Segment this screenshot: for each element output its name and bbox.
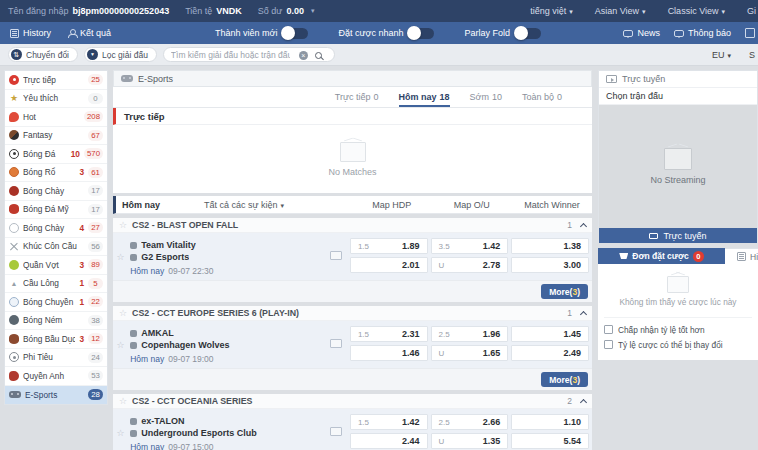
more-markets-icon[interactable] [330,251,342,260]
odds-cell[interactable]: 2.52.66 [431,414,509,430]
odds-cell[interactable]: 2.01 [350,257,428,273]
sidebar-item-bong-chay[interactable]: Bóng Chày17 [5,182,107,201]
odds-cell[interactable]: 2.51.96 [431,326,509,342]
new-member-toggle[interactable] [282,28,308,39]
favorite-star-icon[interactable] [113,238,128,276]
map-hdp-odds: 1.52.311.46 [350,326,428,364]
news-button[interactable]: News [623,28,660,38]
league-block: CS2 - CCT EUROPE SERIES 6 (PLAY-IN)1AMKA… [113,306,592,390]
asian-view-dropdown[interactable]: Asian View [595,6,646,16]
sidebar-item-e-sports[interactable]: E-Sports28 [5,386,107,405]
soccer-icon [9,149,19,159]
odds-cell[interactable]: 1.38 [511,238,589,254]
results-button[interactable]: Kết quả [67,28,111,38]
convert-button[interactable]: Chuyển đổi [8,47,78,62]
odds-value: 1.89 [382,241,420,251]
league-header[interactable]: CS2 - CCT OCEANIA SERIES2 [113,394,592,409]
notifications-button[interactable]: Thông báo [674,28,731,38]
clipped-menu-item[interactable]: Gi [747,6,756,16]
odds-cell[interactable]: 2.49 [511,345,589,361]
favorite-star-icon[interactable] [119,309,127,318]
sidebar-item-phi-tieu[interactable]: Phi Tiêu24 [5,349,107,368]
odds-cell[interactable]: U2.78 [431,257,509,273]
tab-live[interactable]: Trực tiếp0 [335,87,379,107]
odds-value: 2.31 [382,329,420,339]
more-button[interactable]: More(3) [541,372,588,387]
quick-bet-toggle[interactable] [408,28,434,39]
odds-cell[interactable]: 1.45 [511,326,589,342]
parlay-fold-toggle-group: Parlay Fold [464,28,541,39]
team-home: ex-TALON [141,416,184,426]
sidebar-item-bong-chuyen[interactable]: Bóng Chuyền122 [5,293,107,312]
filter-league-button[interactable]: Lọc giải đấu [84,47,157,62]
collapse-chevron-icon[interactable] [580,222,587,229]
collapse-chevron-icon[interactable] [580,310,587,317]
clipped-sort-item[interactable]: S [749,50,755,60]
clear-search-icon[interactable] [299,51,308,60]
sidebar-item-hot[interactable]: Hot208 [5,108,107,127]
odds-cell[interactable]: 1.10 [511,414,589,430]
sidebar-item-yeu-thich[interactable]: Yêu thích0 [5,90,107,109]
notifications-label: Thông báo [688,28,731,38]
live-count: 3 [79,167,84,177]
odds-may-change-checkbox[interactable] [604,340,613,349]
more-markets-icon[interactable] [330,427,342,436]
sidebar-item-bong-nem[interactable]: Bóng Ném38 [5,312,107,331]
favorite-star-icon[interactable] [119,397,127,406]
more-markets-icon[interactable] [330,339,342,348]
odds-may-change-option[interactable]: Tỷ lệ cược có thể bị thay đổi [604,337,752,352]
odds-cell[interactable]: 5.54 [511,433,589,449]
odds-value: 1.35 [463,436,501,446]
favorite-star-icon[interactable] [113,414,128,450]
league-header[interactable]: CS2 - BLAST OPEN FALL1 [113,218,592,233]
sidebar-item-bong-bau-duc[interactable]: Bóng Bầu Dục312 [5,330,107,349]
odds-cell[interactable]: 3.00 [511,257,589,273]
odds-cell[interactable]: 1.46 [350,345,428,361]
search-icon[interactable] [315,52,322,59]
favorite-star-icon[interactable] [113,326,128,364]
clipped-icon[interactable] [745,28,755,38]
sidebar-item-bong-ro[interactable]: Bóng Rổ361 [5,164,107,183]
favorite-star-icon[interactable] [119,221,127,230]
odds-cell[interactable]: U1.65 [431,345,509,361]
sidebar-list: Trực tiếp25Yêu thích0Hot208Fantasy67Bóng… [5,71,107,404]
more-button[interactable]: More(3) [541,284,588,299]
sidebar-item-quyen-anh[interactable]: Quyền Anh53 [5,367,107,386]
more-count: 3 [572,375,577,385]
odds-value: 2.78 [463,260,501,270]
odds-cell[interactable]: 1.51.42 [350,414,428,430]
odds-cell[interactable]: 1.51.89 [350,238,428,254]
sidebar-item-truc-tiep[interactable]: Trực tiếp25 [5,71,107,90]
tab-today[interactable]: Hôm nay18 [399,87,450,107]
odds-cell[interactable]: 3.51.42 [431,238,509,254]
accept-better-odds-option[interactable]: Chấp nhận tỷ lệ tốt hơn [604,322,752,337]
tab-early[interactable]: Sớm10 [470,87,502,107]
odds-cell[interactable]: U1.35 [431,433,509,449]
sidebar-item-khuc-con-cau[interactable]: Khúc Côn Cầu56 [5,238,107,257]
odds-cell[interactable]: 1.52.31 [350,326,428,342]
match-time: Hôm nay09-07 15:00 [128,442,350,450]
history-button[interactable]: History [10,28,51,38]
tab-bet-slip[interactable]: Đơn đặt cược 0 [598,248,725,264]
live-stream-button[interactable]: Trực tuyến [599,228,757,243]
accept-better-odds-checkbox[interactable] [604,325,613,334]
search-input[interactable] [171,50,290,60]
tab-all[interactable]: Toàn bộ0 [522,87,562,107]
sidebar-item-bong-chay-2[interactable]: Bóng Chày427 [5,219,107,238]
sidebar-item-bong-da[interactable]: Bóng Đá10570 [5,145,107,164]
odds-cell[interactable]: 2.44 [350,433,428,449]
sidebar-item-bong-da-my[interactable]: Bóng Đá Mỹ17 [5,201,107,220]
tab-history[interactable]: History [725,248,758,264]
sidebar-item-cau-long[interactable]: Cầu Lông15 [5,275,107,294]
league-header[interactable]: CS2 - CCT EUROPE SERIES 6 (PLAY-IN)1 [113,306,592,321]
sidebar-item-fantasy[interactable]: Fantasy67 [5,127,107,146]
balance-dropdown[interactable]: Số dư 0.00 [258,6,315,16]
sidebar-item-quan-vot[interactable]: Quần Vợt389 [5,256,107,275]
collapse-chevron-icon[interactable] [580,398,587,405]
select-match-dropdown[interactable]: Chọn trận đấu [599,88,757,105]
event-filter-dropdown[interactable]: Tất cả các sự kiện [204,200,284,210]
language-dropdown[interactable]: tiếng việt [530,6,573,16]
odds-format-dropdown[interactable]: EU [712,50,731,60]
classic-view-dropdown[interactable]: Classic View [668,6,725,16]
parlay-fold-toggle[interactable] [515,28,541,39]
